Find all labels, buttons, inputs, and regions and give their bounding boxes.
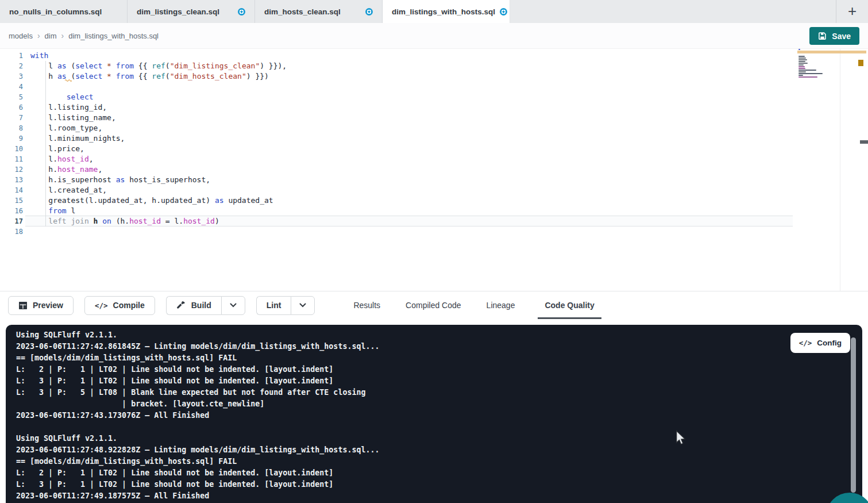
line-number: 10: [0, 144, 23, 154]
lint-dropdown-button[interactable]: [291, 296, 315, 315]
code-token: host_id: [129, 217, 161, 225]
terminal-line: 2023-06-06T11:27:48.922828Z — Linting mo…: [16, 444, 862, 456]
code-line: 4: [0, 82, 868, 92]
code-token: [111, 62, 116, 70]
code-token: host_id: [57, 155, 89, 163]
file-tab-label: dim_listings_clean.sql: [137, 7, 219, 16]
code-token: ref: [152, 72, 165, 80]
new-tab-button[interactable]: +: [836, 0, 868, 23]
code-line: 6 l.listing_id,: [0, 102, 868, 113]
code-token: from: [116, 72, 134, 80]
save-button[interactable]: Save: [809, 27, 859, 45]
code-token: as: [57, 62, 67, 70]
minimap-line: [798, 75, 803, 76]
code-token: *: [107, 72, 111, 80]
panel-tab-compiled-code[interactable]: Compiled Code: [403, 291, 464, 319]
line-number: 6: [0, 102, 23, 113]
config-button[interactable]: </> Config: [790, 333, 850, 353]
build-button[interactable]: Build: [166, 296, 221, 315]
terminal-line: L: 3 | P: 1 | LT02 | Line should not be …: [16, 479, 862, 490]
unsaved-changes-dot: [500, 8, 507, 16]
line-number: 11: [0, 154, 23, 164]
preview-label: Preview: [33, 301, 63, 310]
terminal-line: Using SQLFluff v2.1.1.: [16, 433, 862, 444]
hammer-icon: [176, 301, 186, 310]
code-token: as: [57, 72, 67, 80]
compile-button[interactable]: </> Compile: [84, 296, 155, 315]
code-token: ): [215, 217, 219, 225]
panel-tab-results[interactable]: Results: [351, 291, 383, 319]
terminal-line: 2023-06-06T11:27:49.187575Z — All Finish…: [16, 490, 862, 502]
ruler-warning-marker: [858, 60, 863, 66]
code-text: h.is_superhost as host_is_superhost,: [30, 175, 210, 185]
minimap-line: [798, 70, 816, 71]
code-token: l: [30, 62, 57, 70]
code-token: l.room_type,: [30, 124, 102, 132]
code-token: ref: [152, 62, 165, 70]
build-dropdown-button[interactable]: [221, 296, 245, 315]
code-line: 5 select: [0, 92, 868, 102]
code-token: host_name: [57, 165, 98, 174]
code-token: ) }}): [246, 72, 269, 80]
code-token: host_id: [183, 217, 215, 225]
terminal-scrollbar[interactable]: [851, 337, 856, 493]
code-token: [89, 217, 94, 225]
minimap-line: [798, 71, 806, 72]
mouse-cursor: [676, 430, 686, 446]
file-tab-label: no_nulls_in_columns.sql: [9, 7, 102, 16]
lint-split-button: Lint: [256, 296, 315, 315]
terminal-panel: Using SQLFluff v2.1.1.2023-06-06T11:27:4…: [6, 325, 862, 503]
code-line: 9 l.minimum_nights,: [0, 133, 868, 144]
line-number: 8: [0, 123, 23, 133]
plus-icon: +: [848, 3, 857, 18]
floppy-icon: [818, 32, 827, 40]
code-text: from l: [30, 206, 75, 216]
code-line: 17 left join h on (h.host_id = l.host_id…: [0, 216, 868, 226]
terminal-line: == [models/dim/dim_listings_with_hosts.s…: [16, 352, 862, 364]
code-line: 10 l.price,: [0, 144, 868, 154]
panel-tabs: ResultsCompiled CodeLineageCode Quality: [351, 291, 601, 319]
code-text: l as (select * from {{ ref("dim_listings…: [30, 61, 287, 71]
code-editor[interactable]: 1with2 l as (select * from {{ ref("dim_l…: [0, 49, 868, 291]
code-icon: </>: [799, 339, 812, 347]
panel-tab-code-quality[interactable]: Code Quality: [538, 291, 601, 319]
dbt-ide-window: no_nulls_in_columns.sqldim_listings_clea…: [0, 0, 868, 503]
code-line: 1with: [0, 51, 868, 61]
panel-tab-lineage[interactable]: Lineage: [484, 291, 518, 319]
file-tab[interactable]: no_nulls_in_columns.sql: [0, 0, 128, 23]
file-tab[interactable]: dim_listings_clean.sql: [128, 0, 255, 23]
code-text: l.host_id,: [30, 154, 94, 164]
minimap[interactable]: [798, 49, 839, 80]
minimap-line: [798, 68, 805, 69]
code-token: select: [67, 93, 94, 101]
panel-toolbar: Preview </> Compile Build Lint: [0, 291, 868, 319]
lint-button[interactable]: Lint: [256, 296, 291, 315]
line-number: 16: [0, 206, 23, 216]
code-token: l: [67, 206, 76, 215]
terminal-line: 2023-06-06T11:27:43.173076Z — All Finish…: [16, 410, 862, 421]
preview-button[interactable]: Preview: [8, 296, 74, 315]
file-tab[interactable]: dim_hosts_clean.sql: [255, 0, 383, 23]
code-token: [30, 93, 67, 101]
minimap-line: [798, 49, 800, 50]
code-line: 15 greatest(l.updated_at, h.updated_at) …: [0, 195, 868, 206]
code-token: as: [116, 175, 125, 184]
breadcrumb-bar: models›dim›dim_listings_with_hosts.sql S…: [0, 23, 868, 49]
line-number: 3: [0, 71, 23, 82]
minimap-line: [798, 61, 805, 62]
line-number: 17: [0, 216, 23, 226]
code-text: h as (select * from {{ ref("dim_hosts_cl…: [30, 71, 269, 82]
code-text: l.minimum_nights,: [30, 133, 125, 144]
table-icon: [18, 301, 28, 310]
terminal-line: 2023-06-06T11:27:42.861845Z — Linting mo…: [16, 341, 862, 352]
line-number: 15: [0, 195, 23, 206]
terminal-line: L: 3 | P: 1 | LT02 | Line should not be …: [16, 375, 862, 387]
terminal-line: == [models/dim/dim_listings_with_hosts.s…: [16, 456, 862, 467]
build-split-button: Build: [166, 296, 245, 315]
line-number: 12: [0, 164, 23, 175]
code-text: l.price,: [30, 144, 84, 154]
file-tab[interactable]: dim_listings_with_hosts.sql: [383, 0, 510, 23]
code-token: updated_at: [224, 196, 273, 205]
minimap-line: [798, 76, 817, 78]
code-token: l.: [30, 155, 57, 163]
